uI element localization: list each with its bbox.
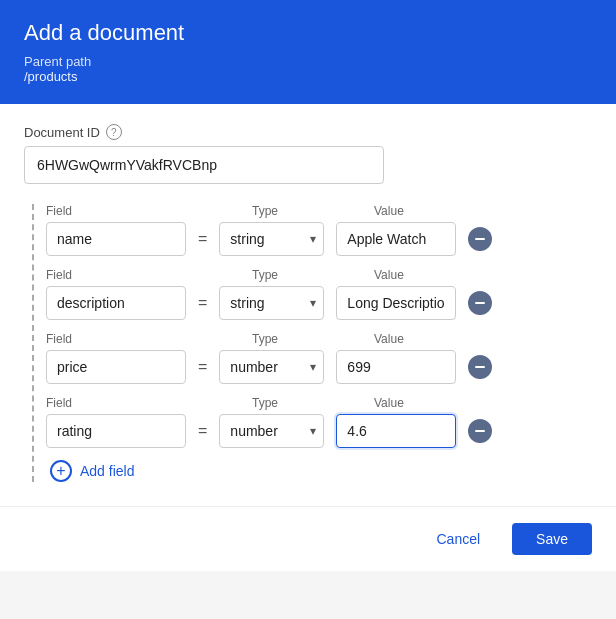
add-field-row[interactable]: + Add field	[46, 460, 592, 482]
add-field-label: Add field	[80, 463, 134, 479]
add-field-icon: +	[50, 460, 72, 482]
remove-field-button-0[interactable]	[468, 227, 492, 251]
type-col-header: Type	[252, 396, 362, 410]
field-row-field-price: Field Type Value =stringnumberbooleanmap…	[46, 332, 592, 384]
type-select-2[interactable]: stringnumberbooleanmaparraynulltimestamp…	[219, 350, 324, 384]
field-row-field-description: Field Type Value =stringnumberbooleanmap…	[46, 268, 592, 320]
field-row-field-rating: Field Type Value =stringnumberbooleanmap…	[46, 396, 592, 448]
value-input-0[interactable]	[336, 222, 456, 256]
type-col-header: Type	[252, 204, 362, 218]
help-icon[interactable]: ?	[106, 124, 122, 140]
fields-outer: Field Type Value =stringnumberbooleanmap…	[32, 204, 592, 482]
field-col-header: Field	[46, 396, 186, 410]
type-select-1[interactable]: stringnumberbooleanmaparraynulltimestamp…	[219, 286, 324, 320]
dashed-line	[32, 204, 34, 482]
type-col-header: Type	[252, 268, 362, 282]
field-name-input-1[interactable]	[46, 286, 186, 320]
fields-inner: Field Type Value =stringnumberbooleanmap…	[46, 204, 592, 482]
save-button[interactable]: Save	[512, 523, 592, 555]
value-col-header: Value	[374, 204, 494, 218]
document-id-section: Document ID ?	[24, 124, 592, 184]
field-name-input-0[interactable]	[46, 222, 186, 256]
field-col-header: Field	[46, 204, 186, 218]
cancel-button[interactable]: Cancel	[416, 523, 500, 555]
equals-sign: =	[198, 294, 207, 312]
page-container: Add a document Parent path /products Doc…	[0, 0, 616, 571]
type-col-header: Type	[252, 332, 362, 346]
value-col-header: Value	[374, 268, 494, 282]
field-name-input-2[interactable]	[46, 350, 186, 384]
remove-field-button-1[interactable]	[468, 291, 492, 315]
header: Add a document Parent path /products	[0, 0, 616, 104]
field-name-input-3[interactable]	[46, 414, 186, 448]
type-select-0[interactable]: stringnumberbooleanmaparraynulltimestamp…	[219, 222, 324, 256]
equals-sign: =	[198, 230, 207, 248]
field-row-field-name: Field Type Value =stringnumberbooleanmap…	[46, 204, 592, 256]
value-input-1[interactable]	[336, 286, 456, 320]
content-area: Document ID ? Field Type Value =stringnu…	[0, 104, 616, 506]
value-col-header: Value	[374, 332, 494, 346]
value-col-header: Value	[374, 396, 494, 410]
remove-field-button-3[interactable]	[468, 419, 492, 443]
remove-field-button-2[interactable]	[468, 355, 492, 379]
value-input-2[interactable]	[336, 350, 456, 384]
field-col-header: Field	[46, 268, 186, 282]
type-select-3[interactable]: stringnumberbooleanmaparraynulltimestamp…	[219, 414, 324, 448]
parent-path-value: /products	[24, 69, 592, 84]
value-input-3[interactable]	[336, 414, 456, 448]
doc-id-label-row: Document ID ?	[24, 124, 592, 140]
doc-id-label: Document ID	[24, 125, 100, 140]
field-col-header: Field	[46, 332, 186, 346]
parent-path-label: Parent path	[24, 54, 592, 69]
document-id-input[interactable]	[24, 146, 384, 184]
equals-sign: =	[198, 358, 207, 376]
footer: Cancel Save	[0, 506, 616, 571]
equals-sign: =	[198, 422, 207, 440]
page-title: Add a document	[24, 20, 592, 46]
